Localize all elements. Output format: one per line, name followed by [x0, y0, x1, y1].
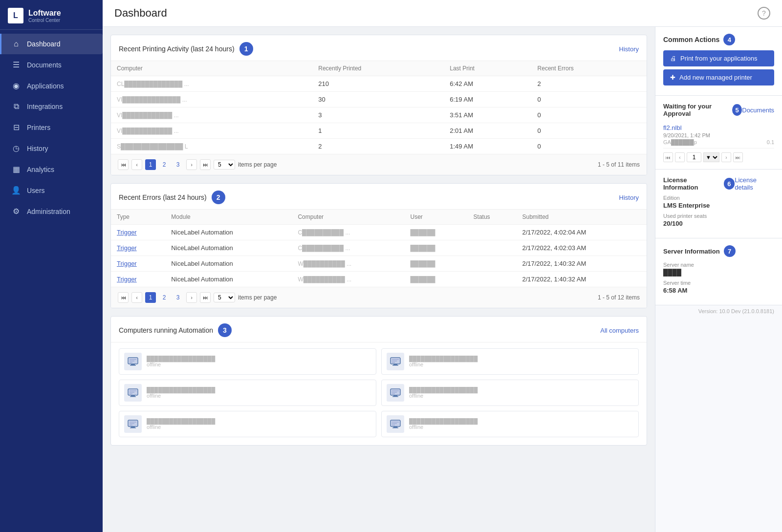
- appr-first-btn[interactable]: ⏮: [663, 152, 673, 162]
- cell-type[interactable]: Trigger: [111, 256, 165, 272]
- cell-user: ██████: [404, 256, 467, 272]
- right-sidebar: Common Actions 4 🖨 Print from your appli…: [655, 27, 782, 532]
- sidebar-item-label: Users: [27, 187, 45, 194]
- prev-page-btn[interactable]: ‹: [131, 159, 142, 170]
- computer-card: ██████████████████ offline: [381, 411, 639, 437]
- sidebar-item-administration[interactable]: ⚙ Administration: [0, 201, 103, 222]
- svg-rect-8: [393, 364, 397, 365]
- sidebar-item-users[interactable]: 👤 Users: [0, 180, 103, 201]
- err-page-2-btn[interactable]: 2: [159, 292, 170, 303]
- page-2-btn[interactable]: 2: [159, 159, 170, 170]
- sidebar-item-label: Printers: [27, 124, 50, 131]
- printing-activity-table: Computer Recently Printed Last Print Rec…: [111, 61, 647, 154]
- cell-recently-printed: 3: [312, 107, 444, 123]
- center-panels: Recent Printing Activity (last 24 hours)…: [103, 27, 655, 532]
- approval-page-select[interactable]: ▼: [703, 152, 719, 162]
- computers-automation-panel: Computers running Automation 3 All compu…: [110, 316, 647, 446]
- svg-rect-36: [393, 426, 397, 427]
- computer-info: ██████████████████ offline: [409, 356, 478, 367]
- sidebar-item-documents[interactable]: ☰ Documents: [0, 54, 103, 75]
- err-page-3-btn[interactable]: 3: [173, 292, 183, 303]
- first-page-btn[interactable]: ⏮: [118, 159, 129, 170]
- next-page-btn[interactable]: ›: [186, 159, 197, 170]
- computers-title: Computers running Automation: [119, 326, 213, 334]
- err-per-page-select[interactable]: 51025: [214, 293, 235, 302]
- cell-module: NiceLabel Automation: [165, 225, 292, 240]
- col-recently-printed: Recently Printed: [312, 61, 444, 76]
- sidebar-item-printers[interactable]: ⊟ Printers: [0, 117, 103, 138]
- print-from-applications-button[interactable]: 🖨 Print from your applications: [663, 50, 774, 66]
- table-row: Trigger NiceLabel Automation C██████████…: [111, 225, 647, 240]
- svg-rect-1: [131, 364, 135, 365]
- cell-type[interactable]: Trigger: [111, 240, 165, 256]
- sidebar-item-history[interactable]: ◷ History: [0, 138, 103, 159]
- printing-activity-history-link[interactable]: History: [619, 45, 639, 53]
- col-recent-errors: Recent Errors: [532, 61, 647, 76]
- pagination-total: 1 - 5 of 11 items: [598, 161, 640, 168]
- cell-recently-printed: 1: [312, 123, 444, 139]
- err-page-1-btn[interactable]: 1: [145, 292, 156, 303]
- common-actions-badge: 4: [723, 34, 735, 45]
- computer-icon: [387, 353, 404, 370]
- server-panel: Server Information 7 Server name ████ Se…: [655, 238, 782, 305]
- svg-rect-37: [392, 427, 398, 428]
- per-page-select[interactable]: 51025: [214, 160, 235, 170]
- edition-field: Edition LMS Enterprise: [663, 195, 774, 209]
- common-actions-panel: Common Actions 4 🖨 Print from your appli…: [655, 27, 782, 96]
- svg-rect-15: [131, 395, 135, 396]
- recent-errors-history-link[interactable]: History: [619, 194, 639, 201]
- table-row: VI████████████ ... 3 3:51 AM 0: [111, 107, 647, 123]
- recent-errors-badge: 2: [212, 191, 225, 204]
- approval-documents-link[interactable]: Documents: [742, 106, 774, 114]
- license-details-link[interactable]: License details: [735, 176, 774, 191]
- cell-type[interactable]: Trigger: [111, 225, 165, 240]
- err-first-page-btn[interactable]: ⏮: [118, 292, 129, 303]
- integrations-icon: ⧉: [11, 102, 21, 111]
- cell-module: NiceLabel Automation: [165, 272, 292, 287]
- err-pagination-total: 1 - 5 of 12 items: [598, 294, 640, 301]
- err-col-user: User: [404, 210, 467, 225]
- content-area: Recent Printing Activity (last 24 hours)…: [103, 27, 782, 532]
- approval-filename[interactable]: fl2.nlbl: [663, 124, 774, 131]
- computers-grid: ██████████████████ offline █████████████…: [111, 342, 647, 445]
- err-prev-page-btn[interactable]: ‹: [131, 292, 142, 303]
- appr-last-btn[interactable]: ⏭: [733, 152, 743, 162]
- page-3-btn[interactable]: 3: [173, 159, 183, 170]
- err-last-page-btn[interactable]: ⏭: [200, 292, 211, 303]
- sidebar-item-analytics[interactable]: ▦ Analytics: [0, 159, 103, 180]
- computer-info: ██████████████████ offline: [147, 387, 215, 399]
- appr-next-btn[interactable]: ›: [721, 152, 731, 162]
- cell-user: ██████: [404, 240, 467, 256]
- all-computers-link[interactable]: All computers: [600, 327, 639, 334]
- help-button[interactable]: ?: [758, 7, 770, 20]
- computer-card: ██████████████████ offline: [119, 411, 376, 437]
- sidebar-item-applications[interactable]: ◉ Applications: [0, 75, 103, 96]
- cell-last-print: 1:49 AM: [444, 139, 531, 154]
- cell-submitted: 2/17/2022, 1:40:32 AM: [516, 272, 647, 287]
- computer-info: ██████████████████ offline: [147, 418, 215, 430]
- cell-type[interactable]: Trigger: [111, 272, 165, 287]
- computer-icon: [387, 384, 404, 402]
- computer-name: ██████████████████: [147, 387, 215, 393]
- err-next-page-btn[interactable]: ›: [186, 292, 197, 303]
- version-bar: Version: 10.0 Dev (21.0.0.8181): [655, 305, 782, 317]
- sidebar-item-integrations[interactable]: ⧉ Integrations: [0, 96, 103, 117]
- add-managed-printer-button[interactable]: ✚ Add new managed printer: [663, 69, 774, 85]
- license-badge: 6: [724, 178, 735, 190]
- brand-subtitle: Control Center: [28, 18, 61, 23]
- sidebar-item-dashboard[interactable]: ⌂ Dashboard: [0, 34, 103, 54]
- svg-rect-9: [392, 365, 398, 366]
- cell-computer: W██████████ ...: [292, 272, 404, 287]
- table-row: VI██████████████ ... 30 6:19 AM 0: [111, 92, 647, 107]
- approval-page-input[interactable]: [687, 152, 701, 162]
- server-time-label: Server time: [663, 280, 774, 286]
- home-icon: ⌂: [11, 40, 21, 48]
- server-badge: 7: [724, 245, 736, 257]
- last-page-btn[interactable]: ⏭: [200, 159, 211, 170]
- computer-name: ██████████████████: [409, 418, 478, 424]
- seats-label: Used printer seats: [663, 213, 774, 219]
- cell-status: [468, 256, 517, 272]
- appr-prev-btn[interactable]: ‹: [675, 152, 685, 162]
- page-1-btn[interactable]: 1: [145, 159, 156, 170]
- table-row: Trigger NiceLabel Automation C██████████…: [111, 240, 647, 256]
